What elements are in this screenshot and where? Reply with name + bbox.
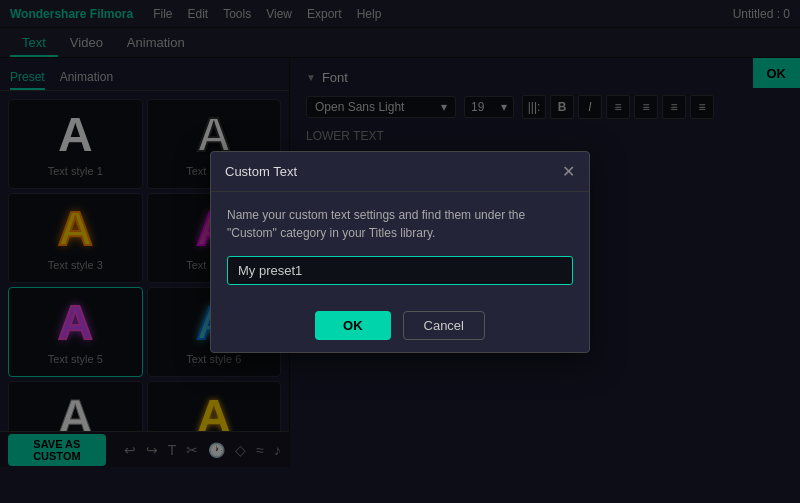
dialog-preset-input[interactable] — [227, 256, 573, 285]
dialog-ok-button[interactable]: OK — [315, 311, 391, 340]
dialog-body: Name your custom text settings and find … — [211, 192, 589, 299]
dialog-description: Name your custom text settings and find … — [227, 206, 573, 242]
custom-text-dialog: Custom Text ✕ Name your custom text sett… — [210, 151, 590, 353]
dialog-overlay: Custom Text ✕ Name your custom text sett… — [0, 0, 800, 503]
dialog-close-button[interactable]: ✕ — [562, 162, 575, 181]
dialog-title: Custom Text — [225, 164, 297, 179]
dialog-cancel-button[interactable]: Cancel — [403, 311, 485, 340]
dialog-footer: OK Cancel — [211, 299, 589, 352]
dialog-header: Custom Text ✕ — [211, 152, 589, 192]
